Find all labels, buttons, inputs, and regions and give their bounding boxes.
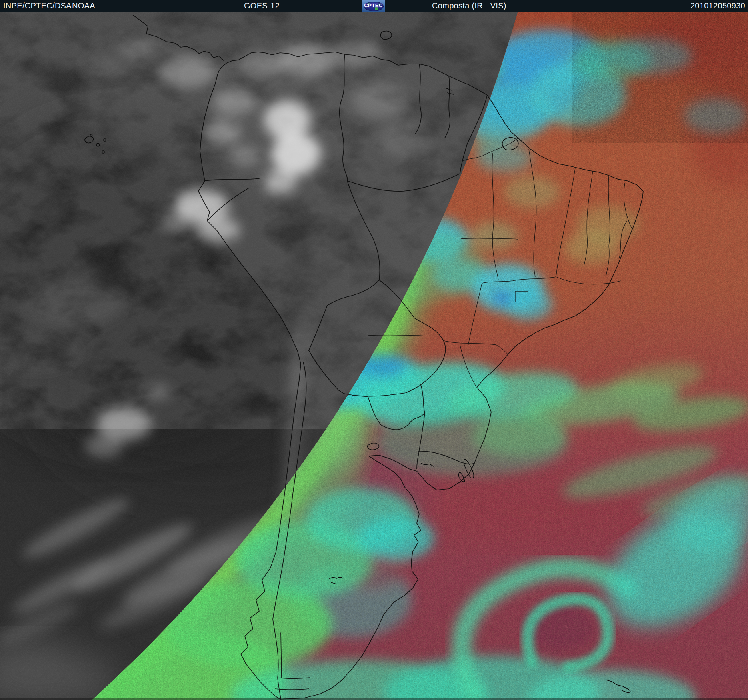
agency-label: NOAA (72, 1, 95, 10)
satellite-label: GOES-12 (244, 1, 280, 10)
cptec-logo: CPTEC (362, 0, 385, 12)
satellite-composite (0, 0, 748, 700)
cptec-logo-text: CPTEC (362, 2, 385, 8)
organization-label: INPE/CPTEC/DSA (3, 1, 72, 10)
timestamp-label: 201012050930 (690, 1, 745, 10)
product-label: Composta (IR - VIS) (432, 1, 506, 10)
title-bar: INPE/CPTEC/DSA NOAA GOES-12 CPTEC Compos… (0, 0, 748, 12)
image-bottom-edge (0, 698, 748, 700)
